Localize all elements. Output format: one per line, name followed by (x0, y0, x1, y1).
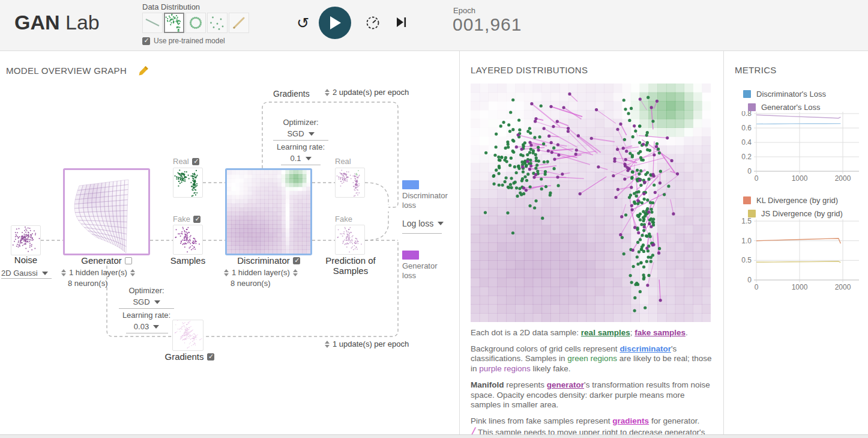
play-button[interactable] (319, 7, 351, 39)
gan-lab-app: GAN Lab Data Distribution ✓ Use pre-trai… (0, 0, 868, 438)
divergence-chart-legend: KL Divergence (by grid)JS Divergence (by… (743, 193, 843, 220)
svg-text:0.6: 0.6 (741, 124, 752, 132)
model-panel-title: MODEL OVERVIEW GRAPH (6, 65, 127, 76)
disc-lr-dropdown[interactable]: 0.1 (262, 154, 339, 163)
prediction-label: Prediction of Samples (323, 255, 378, 276)
caption-paragraph: Pink lines from fake samples represent g… (471, 416, 714, 427)
generator-layers: 1 hidden layer(s) (69, 268, 127, 277)
chevron-down-icon (154, 300, 160, 304)
caption-link[interactable]: gradients (612, 416, 649, 425)
discriminator-neurons: 8 neuron(s) (231, 279, 270, 288)
caption-text: for generator. (649, 416, 699, 425)
generator-layers-row: 1 hidden layer(s) (58, 268, 138, 277)
legend-label: Generator's Loss (761, 103, 821, 112)
layered-captions: Each dot is a 2D data sample: real sampl… (471, 328, 714, 438)
caption-link[interactable]: discriminator (619, 344, 671, 353)
discriminator-layers-row: 1 hidden layer(s) (221, 268, 301, 277)
legend-swatch-icon (743, 90, 751, 98)
disc-updates-row: 2 update(s) per epoch (322, 88, 409, 97)
svg-text:1.5: 1.5 (741, 217, 752, 225)
gen-optimizer-label: Optimizer: (109, 286, 184, 295)
updates-stepper-icon[interactable] (325, 89, 330, 96)
noise-thumbnail (11, 225, 41, 255)
dist-option-ring[interactable] (185, 13, 206, 33)
loss-function-value: Log loss (402, 219, 433, 228)
pretrained-checkbox[interactable]: ✓ (142, 37, 150, 45)
edit-pencil-icon[interactable] (138, 65, 149, 76)
noise-distribution-dropdown[interactable]: 2D Gaussi (1, 267, 48, 278)
step-forward-button[interactable] (396, 16, 408, 31)
data-distribution-picker (142, 13, 250, 33)
real-samples-checkbox[interactable]: ✓ (192, 158, 199, 165)
real-samples-label-row: Real ✓ (173, 157, 199, 166)
line-distribution-icon (143, 14, 161, 32)
horizontal-scrollbar[interactable] (0, 434, 868, 438)
fake-samples-label-row: Fake ✓ (173, 214, 200, 224)
samples-label: Samples (167, 255, 209, 266)
loss-chart-legend: Discriminator's LossGenerator's Loss (743, 87, 826, 114)
gradients-thumbnail (172, 320, 203, 351)
gradients-label-row: Gradients ✓ (161, 351, 218, 362)
layered-panel-title: LAYERED DISTRIBUTIONS (471, 65, 588, 75)
generator-checkbox[interactable] (125, 257, 132, 264)
loss-line-chart: 00.20.40.60.8010002000 (735, 111, 866, 182)
header: GAN Lab Data Distribution ✓ Use pre-trai… (0, 0, 868, 51)
caption-text: Each dot is a 2D data sample: (471, 328, 581, 337)
dist-option-two-clusters[interactable] (164, 13, 184, 33)
increment-stepper-icon[interactable] (130, 269, 135, 276)
decrement-stepper-icon[interactable] (224, 269, 229, 276)
dist-option-draw[interactable] (229, 13, 249, 33)
pretrained-label: Use pre-trained model (154, 37, 225, 45)
gen-optimizer-dropdown[interactable]: SGD (109, 297, 184, 306)
gradients-checkbox[interactable]: ✓ (207, 353, 214, 360)
caption-text: likely fake. (531, 364, 571, 373)
svg-text:0.2: 0.2 (741, 153, 752, 161)
chevron-down-icon (153, 325, 159, 329)
slow-motion-button[interactable] (365, 15, 381, 33)
play-icon (328, 16, 342, 30)
reset-button[interactable]: ↺ (297, 14, 309, 32)
increment-stepper-icon[interactable] (293, 269, 298, 276)
clusters-distribution-icon (165, 14, 183, 32)
caption-link[interactable]: fake samples (634, 328, 686, 337)
generator-label-row: Generator (63, 255, 150, 266)
pred-fake-label: Fake (335, 214, 352, 224)
svg-text:0: 0 (747, 167, 752, 175)
discriminator-layers: 1 hidden layer(s) (232, 268, 290, 277)
svg-text:2000: 2000 (835, 283, 851, 291)
scatter-distribution-icon (208, 14, 226, 32)
model-panel-title-row: MODEL OVERVIEW GRAPH (6, 65, 149, 76)
updates-stepper-icon[interactable] (325, 341, 330, 348)
svg-text:0: 0 (755, 283, 759, 291)
dist-option-line[interactable] (142, 13, 163, 33)
disc-optimizer-dropdown[interactable]: SGD (262, 129, 339, 138)
caption-text: green regions (567, 354, 617, 363)
real-samples-label: Real (173, 157, 189, 166)
discriminator-checkbox[interactable]: ✓ (293, 257, 300, 264)
loss-function-dropdown[interactable]: Log loss (402, 219, 444, 228)
fake-samples-checkbox[interactable]: ✓ (193, 216, 200, 223)
dist-option-scatter[interactable] (207, 13, 228, 33)
gen-updates-row: 1 update(s) per epoch (322, 339, 409, 348)
caption-link[interactable]: real samples (581, 328, 630, 337)
chevron-down-icon (42, 272, 48, 275)
caption-text: purple regions (479, 364, 531, 373)
disc-lr-label: Learning rate: (262, 142, 339, 151)
pretrained-checkbox-row: ✓ Use pre-trained model (142, 37, 225, 45)
svg-text:1.0: 1.0 (741, 237, 752, 245)
divergence-line-chart: 00.51.01.5010002000 (735, 217, 866, 292)
fake-samples-thumbnail (173, 225, 203, 255)
discriminator-box (225, 168, 312, 255)
discriminator-label: Discriminator (237, 255, 290, 266)
caption-text: Manifold (471, 380, 504, 389)
decrement-stepper-icon[interactable] (61, 269, 66, 276)
legend-item: Discriminator's Loss (743, 87, 826, 100)
svg-text:0.8: 0.8 (741, 111, 752, 118)
discriminator-loss-label: Discriminator loss (402, 191, 453, 211)
disc-optimizer-value: SGD (287, 129, 304, 138)
svg-text:2000: 2000 (835, 174, 851, 182)
app-title-gan: GAN (14, 11, 60, 34)
real-samples-thumbnail (173, 168, 203, 198)
discriminator-loss-swatch (402, 180, 419, 189)
caption-link[interactable]: generator (547, 380, 584, 389)
